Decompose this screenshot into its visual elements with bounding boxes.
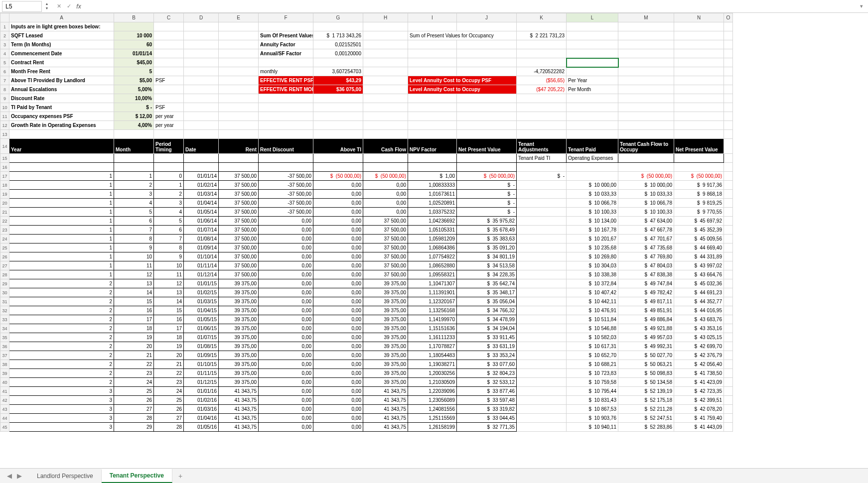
formula-bar: L5 ▲ ▼ ✕ ✓ fx ▾	[0, 0, 868, 13]
col-O[interactable]: O	[724, 13, 733, 22]
table-row: 41 3 25 24 01/01/16 41 343,75 0,00 0,00 …	[0, 387, 733, 396]
col-L[interactable]: L	[567, 13, 618, 22]
col-I[interactable]: I	[408, 13, 457, 22]
selected-cell[interactable]	[567, 58, 618, 67]
table-row: 17 1 1 0 01/01/14 37 500,00 -37 500,00 $…	[0, 172, 733, 181]
table-row: 30 2 14 13 01/02/15 39 375,00 0,00 0,00 …	[0, 288, 733, 297]
fx-icon[interactable]: fx	[74, 1, 84, 11]
col-D[interactable]: D	[184, 13, 219, 22]
cell[interactable]: Inputs are in light green boxes below:	[9, 22, 114, 31]
col-E[interactable]: E	[219, 13, 259, 22]
table-row: 18 1 2 1 01/02/14 37 500,00 -37 500,00 0…	[0, 181, 733, 190]
table-row: 23 1 7 6 01/07/14 37 500,00 0,00 0,00 37…	[0, 226, 733, 235]
tab-next-icon[interactable]: ▶	[17, 472, 22, 480]
cancel-icon[interactable]: ✕	[54, 1, 64, 11]
table-row: 34 2 18 17 01/06/15 39 375,00 0,00 0,00 …	[0, 324, 733, 333]
table-row: 22 1 6 5 01/06/14 37 500,00 0,00 0,00 37…	[0, 217, 733, 226]
add-sheet-button[interactable]: +	[172, 469, 188, 483]
table-row: 20 1 4 3 01/04/14 37 500,00 -37 500,00 0…	[0, 199, 733, 208]
stepper-up-icon[interactable]: ▲	[44, 2, 50, 6]
table-row: 28 1 12 11 01/12/14 37 500,00 0,00 0,00 …	[0, 270, 733, 279]
column-headers: A B C D E F G H I J K L M N O	[0, 13, 733, 22]
table-row: 27 1 11 10 01/11/14 37 500,00 0,00 0,00 …	[0, 261, 733, 270]
sheet-tabs-bar: ◀ ▶ Landlord Perspective Tenant Perspect…	[0, 468, 868, 483]
sheet-tab-tenant[interactable]: Tenant Perspective	[102, 469, 172, 483]
select-all-corner[interactable]	[0, 13, 9, 22]
row-1[interactable]: 1	[0, 22, 9, 31]
table-row: 37 2 21 20 01/09/15 39 375,00 0,00 0,00 …	[0, 351, 733, 360]
col-C[interactable]: C	[154, 13, 184, 22]
table-row: 45 3 29 28 01/05/16 41 343,75 0,00 0,00 …	[0, 423, 733, 432]
formula-input[interactable]	[84, 1, 857, 12]
table-row: 33 2 17 16 01/05/15 39 375,00 0,00 0,00 …	[0, 315, 733, 324]
col-N[interactable]: N	[674, 13, 724, 22]
name-box-stepper[interactable]: ▲ ▼	[44, 2, 50, 11]
table-row: 42 3 26 25 01/02/16 41 343,75 0,00 0,00 …	[0, 396, 733, 405]
table-row: 40 2 24 23 01/12/15 39 375,00 0,00 0,00 …	[0, 378, 733, 387]
stepper-down-icon[interactable]: ▼	[44, 6, 50, 11]
spreadsheet-grid[interactable]: A B C D E F G H I J K L M N O 1Inputs ar…	[0, 13, 868, 468]
col-K[interactable]: K	[517, 13, 567, 22]
col-B[interactable]: B	[114, 13, 154, 22]
table-row: 44 3 28 27 01/04/16 41 343,75 0,00 0,00 …	[0, 414, 733, 423]
col-H[interactable]: H	[363, 13, 408, 22]
table-row: 38 2 22 21 01/10/15 39 375,00 0,00 0,00 …	[0, 360, 733, 369]
name-box[interactable]: L5	[2, 1, 42, 12]
col-G[interactable]: G	[313, 13, 363, 22]
tab-prev-icon[interactable]: ◀	[7, 472, 12, 480]
table-row: 31 2 15 14 01/03/15 39 375,00 0,00 0,00 …	[0, 297, 733, 306]
col-J[interactable]: J	[457, 13, 517, 22]
table-row: 21 1 5 4 01/05/14 37 500,00 -37 500,00 0…	[0, 208, 733, 217]
table-row: 36 2 20 19 01/08/15 39 375,00 0,00 0,00 …	[0, 342, 733, 351]
table-row: 29 2 13 12 01/01/15 39 375,00 0,00 0,00 …	[0, 279, 733, 288]
table-row: 19 1 3 2 01/03/14 37 500,00 -37 500,00 0…	[0, 190, 733, 199]
col-F[interactable]: F	[259, 13, 313, 22]
sheet-tab-landlord[interactable]: Landlord Perspective	[29, 470, 102, 483]
table-row: 26 1 10 9 01/10/14 37 500,00 0,00 0,00 3…	[0, 252, 733, 261]
formula-expand-icon[interactable]: ▾	[857, 2, 866, 11]
confirm-icon[interactable]: ✓	[64, 1, 74, 11]
table-row: 43 3 27 26 01/03/16 41 343,75 0,00 0,00 …	[0, 405, 733, 414]
table-row: 32 2 16 15 01/04/15 39 375,00 0,00 0,00 …	[0, 306, 733, 315]
col-A[interactable]: A	[9, 13, 114, 22]
table-row: 39 2 23 22 01/11/15 39 375,00 0,00 0,00 …	[0, 369, 733, 378]
col-M[interactable]: M	[618, 13, 674, 22]
table-row: 35 2 19 18 01/07/15 39 375,00 0,00 0,00 …	[0, 333, 733, 342]
table-row: 24 1 8 7 01/08/14 37 500,00 0,00 0,00 37…	[0, 235, 733, 243]
table-row: 25 1 9 8 01/09/14 37 500,00 0,00 0,00 37…	[0, 243, 733, 252]
